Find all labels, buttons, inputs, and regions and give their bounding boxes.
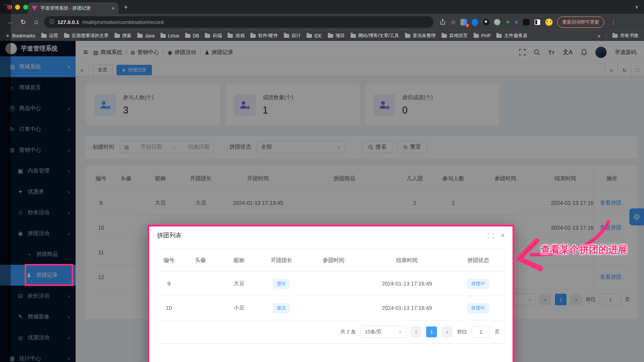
bookmarks-bar: ★ Bookmarks 运营 近期需要读的文章 搜索 Java Linux DB… [0, 30, 644, 41]
bookmark-folder[interactable]: Java [137, 33, 155, 39]
bookmark-folder[interactable]: IDE [307, 33, 322, 39]
tab-search-chevron-icon[interactable]: ∨ [635, 4, 639, 10]
dialog-table-row: 9 大豆 团长 2024-01-13 17:16:49 拼团中 [157, 272, 505, 296]
bookmark-folder[interactable]: 网站/博客/文章/工具 [351, 32, 399, 39]
next-page-button[interactable]: › [442, 326, 452, 337]
bookmark-folder[interactable]: 项目 [328, 32, 345, 39]
cell-id: 9 [157, 281, 181, 287]
groupon-list-dialog: 拼团列表 × 编号 头像 昵称 开团团长 参团时间 结束时间 拼团状态 9 [147, 225, 514, 362]
folder-icon [64, 34, 69, 38]
bookmark-folder[interactable]: 运营 [41, 32, 58, 39]
page-unit-label: 页 [495, 328, 500, 335]
tab-close-icon[interactable]: × [111, 5, 115, 11]
folder-icon [442, 34, 447, 38]
annotation-highlight-box [25, 264, 73, 286]
chrome-update-button[interactable]: 重新启动即可更新 [557, 17, 604, 28]
bookmark-folder[interactable]: 设计 [284, 32, 301, 39]
folder-icon [41, 34, 47, 38]
col-end-time: 结束时间 [362, 257, 451, 264]
bookmarks-label: Bookmarks [12, 33, 35, 39]
dialog-fullscreen-icon[interactable] [488, 233, 494, 239]
browser-addressbar: ← → ↻ ⌂ ⓘ 127.0.0.1 /mall/promotion/comb… [0, 14, 644, 30]
url-path: /mall/promotion/combination/record [82, 19, 164, 25]
bookmark-folder[interactable]: 资讯未整理 [405, 32, 436, 39]
maximize-window-button[interactable] [23, 5, 28, 10]
folder-icon [250, 34, 256, 38]
bookmark-folder[interactable]: 其他语言 [442, 32, 468, 39]
extension-badge: 6 [466, 24, 469, 27]
bookmark-folder[interactable]: Linux [160, 33, 179, 39]
goto-page-input[interactable]: 1 [472, 326, 490, 338]
folder-icon [351, 34, 356, 38]
status-badge: 拼团中 [467, 303, 489, 313]
extensions-puzzle-icon[interactable] [523, 19, 529, 25]
cell-id: 10 [157, 305, 181, 311]
col-status: 拼团状态 [451, 257, 505, 264]
browser-tabstrip: 芋道管理系统 - 拼团记录 × + ∨ [0, 0, 644, 14]
extension-circle-icon[interactable] [494, 19, 501, 25]
dialog-header: 拼团列表 × [149, 227, 513, 244]
bookmark-star-icon[interactable]: ☆ [450, 19, 456, 26]
goto-label: 前往 [457, 328, 467, 335]
extension-tabs-icon[interactable]: 6 [460, 19, 467, 25]
dialog-close-icon[interactable]: × [501, 231, 505, 240]
extension-chevrons-icon[interactable]: » [513, 20, 520, 24]
cell-nickname: 小豆 [220, 304, 258, 311]
page-size-select[interactable]: 10条/页 ∨ [361, 326, 406, 338]
dialog-pagination: 共 2 条 10条/页 ∨ ‹ 1 › 前往 1 页 [157, 320, 505, 343]
folder-icon [185, 34, 191, 38]
profile-avatar[interactable] [545, 19, 553, 26]
divider [606, 33, 607, 39]
new-tab-button[interactable]: + [124, 3, 128, 12]
status-badge: 拼团中 [467, 279, 489, 289]
cell-end-time: 2024-01-13 17:16:49 [362, 305, 451, 311]
share-icon[interactable] [440, 19, 446, 25]
folder-icon [137, 34, 143, 38]
folder-icon [328, 34, 333, 38]
reload-icon[interactable]: ↻ [18, 18, 29, 26]
home-icon[interactable]: ⌂ [31, 18, 42, 26]
extension-square-icon[interactable] [534, 19, 541, 25]
url-host: 127.0.0.1 [57, 19, 79, 25]
bookmark-folder[interactable]: PHP [474, 33, 491, 39]
dialog-table-row: 10 小豆 团员 2024-01-13 17:16:49 拼团中 [157, 296, 505, 320]
extension-ball-icon[interactable] [483, 19, 489, 25]
folder-icon [115, 34, 120, 38]
minimize-window-button[interactable] [15, 5, 20, 10]
url-bar[interactable]: ⓘ 127.0.0.1 /mall/promotion/combination/… [44, 16, 433, 28]
total-label: 共 2 条 [341, 328, 356, 335]
dialog-table: 编号 头像 昵称 开团团长 参团时间 结束时间 拼团状态 9 大豆 团长 202… [156, 249, 506, 344]
bookmark-folder[interactable]: 文件服务器 [496, 32, 527, 39]
bookmark-folder[interactable]: 搜索 [115, 32, 131, 39]
extension-star-icon[interactable]: ✦ [505, 19, 510, 26]
col-join-time: 参团时间 [305, 257, 362, 264]
folder-icon [612, 34, 618, 38]
page-1-button[interactable]: 1 [426, 326, 437, 337]
folder-icon [160, 34, 166, 38]
prev-page-button[interactable]: ‹ [411, 326, 421, 337]
bookmark-folder[interactable]: DB [185, 33, 199, 39]
site-info-icon[interactable]: ⓘ [49, 19, 54, 25]
role-badge: 团长 [273, 279, 290, 289]
folder-icon [496, 34, 502, 38]
bookmark-folder[interactable]: 近期需要读的文章 [64, 32, 109, 39]
browser-tab[interactable]: 芋道管理系统 - 拼团记录 × [28, 2, 118, 14]
extension-drop-icon[interactable] [470, 17, 480, 27]
folder-icon [307, 34, 312, 38]
bookmark-folder[interactable]: 软件/硬件 [250, 32, 278, 39]
cell-nickname: 大豆 [220, 280, 258, 287]
folder-icon [284, 34, 289, 38]
col-nickname: 昵称 [220, 257, 258, 264]
bookmarks-overflow-icon[interactable]: » [597, 33, 600, 39]
annotation-tip-text: 查看某个拼团的进展 [541, 243, 627, 256]
browser-menu-icon[interactable]: ⋮ [610, 19, 616, 25]
col-id: 编号 [157, 257, 181, 264]
all-bookmarks[interactable]: 所有书签 [612, 32, 639, 39]
bookmark-folder[interactable]: 游戏 [228, 32, 244, 39]
chevron-down-icon: ∨ [399, 330, 402, 335]
favicon [32, 6, 37, 11]
folder-icon [205, 34, 210, 38]
bookmark-folder[interactable]: 前端 [205, 32, 222, 39]
col-avatar: 头像 [181, 257, 220, 264]
folder-icon [228, 34, 233, 38]
